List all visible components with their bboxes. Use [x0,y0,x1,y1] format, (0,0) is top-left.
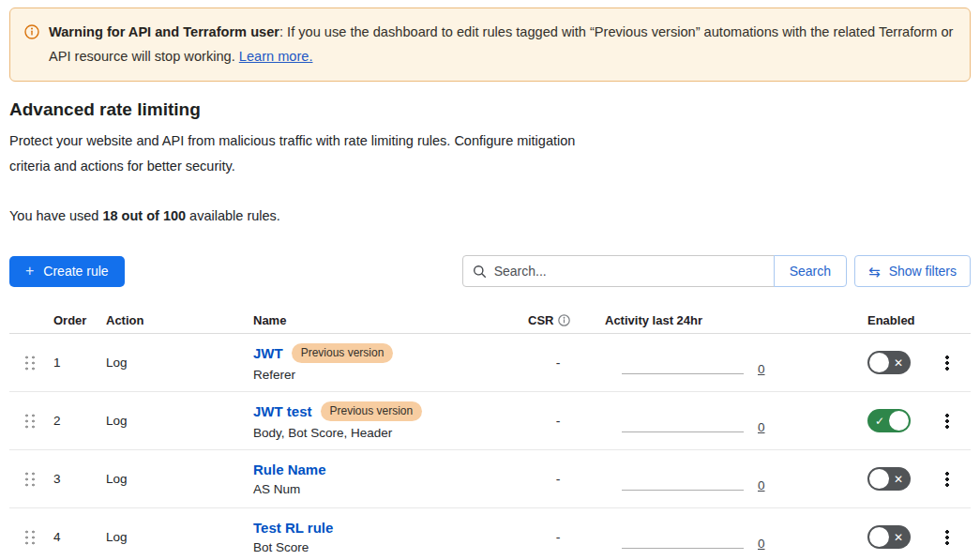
rule-criteria: AS Num [253,482,519,496]
rule-name-link[interactable]: Rule Name [253,462,326,477]
rules-table: Order Action Name CSR Activity last 24hr… [9,308,971,560]
rule-name-cell: Test RL rule Bot Score [244,520,519,554]
rule-order: 4 [44,530,97,544]
csr-value: - [519,472,579,487]
create-rule-button[interactable]: + Create rule [9,256,125,287]
enabled-toggle[interactable]: ✓ [867,409,911,432]
enabled-toggle[interactable]: ✕ [867,351,911,374]
learn-more-link[interactable]: Learn more. [239,49,313,64]
advanced-rate-limiting-page: Warning for API and Terraform user: If y… [0,0,980,560]
activity-count-link[interactable]: 0 [758,537,765,551]
plus-icon: + [25,263,34,280]
search-input[interactable] [494,264,774,279]
search-group: Search [462,255,847,287]
rule-order: 3 [44,472,97,486]
kebab-cell [924,355,971,371]
toolbar: + Create rule Search ⇆ Show filters [9,255,971,287]
info-circle-icon [24,24,39,39]
enabled-cell: ✕ [825,351,924,374]
rule-name-cell: JWT test Previous version Body, Bot Scor… [244,401,519,440]
toggle-knob [869,469,889,489]
toggle-state-icon: ✕ [894,357,903,369]
rule-name-line: Rule Name [253,462,519,477]
kebab-cell [924,529,971,545]
swap-arrows-icon: ⇆ [868,265,881,279]
rule-criteria: Body, Bot Score, Header [253,426,519,440]
header-csr-label: CSR [528,313,553,327]
toggle-state-icon: ✕ [894,474,903,485]
kebab-menu-icon[interactable] [945,413,949,429]
rule-name-cell: JWT Previous version Referer [244,343,519,382]
warning-banner: Warning for API and Terraform user: If y… [9,8,971,82]
rule-order: 2 [44,414,97,428]
toggle-state-icon: ✓ [875,416,884,427]
rule-name-cell: Rule Name AS Num [244,462,519,496]
rule-name-link[interactable]: JWT test [253,403,312,419]
enabled-cell: ✓ [825,409,924,432]
enabled-toggle[interactable]: ✕ [867,467,911,491]
rule-order: 1 [44,356,97,370]
kebab-cell [924,413,971,429]
csr-value: - [519,530,579,545]
activity-cell: 0 [579,392,825,449]
header-activity: Activity last 24hr [579,313,825,327]
csr-value: - [519,414,579,429]
drag-handle[interactable] [9,529,44,545]
table-row: 4 Log Test RL rule Bot Score - 0 ✕ [9,508,971,560]
enabled-cell: ✕ [825,525,924,549]
drag-dots-icon [23,529,36,545]
rule-name-line: JWT test Previous version [253,401,519,421]
kebab-menu-icon[interactable] [945,355,949,371]
enabled-cell: ✕ [825,467,924,491]
toggle-knob [869,353,889,372]
rule-action: Log [97,414,244,428]
drag-dots-icon [23,355,36,371]
toolbar-right: Search ⇆ Show filters [462,255,971,287]
activity-count-link[interactable]: 0 [758,479,765,492]
table-row: 2 Log JWT test Previous version Body, Bo… [9,392,971,450]
show-filters-button[interactable]: ⇆ Show filters [854,255,971,287]
activity-sparkline [622,373,744,374]
kebab-cell [924,471,971,487]
activity-count-link[interactable]: 0 [758,363,765,376]
info-icon[interactable] [558,314,570,326]
drag-handle[interactable] [9,413,44,429]
enabled-toggle[interactable]: ✕ [867,525,911,549]
toggle-state-icon: ✕ [894,532,903,543]
search-icon [473,265,487,279]
rule-name-link[interactable]: JWT [253,345,283,361]
table-header-row: Order Action Name CSR Activity last 24hr… [9,308,971,334]
activity-sparkline [622,490,744,491]
rule-criteria: Referer [253,368,519,382]
usage-count: 18 out of 100 [102,208,186,223]
table-body: 1 Log JWT Previous version Referer - 0 ✕… [9,334,971,560]
rule-name-link[interactable]: Test RL rule [253,520,333,536]
previous-version-badge: Previous version [321,401,423,421]
search-box [462,255,775,287]
search-button[interactable]: Search [774,255,847,287]
drag-handle[interactable] [9,355,44,371]
rule-action: Log [97,472,244,486]
drag-dots-icon [23,471,36,487]
rule-name-line: JWT Previous version [253,343,519,363]
page-description: Protect your website and API from malici… [9,129,600,179]
page-title: Advanced rate limiting [9,99,971,120]
toggle-knob [869,527,889,547]
activity-count-link[interactable]: 0 [758,421,765,434]
kebab-menu-icon[interactable] [945,529,949,545]
header-action: Action [97,313,244,327]
rule-action: Log [97,356,244,370]
activity-cell: 0 [579,450,825,507]
activity-cell: 0 [579,334,825,391]
rule-name-line: Test RL rule [253,520,519,536]
header-csr: CSR [519,313,579,327]
header-enabled: Enabled [825,313,924,327]
warning-message: Warning for API and Terraform user: If y… [49,20,955,68]
header-order: Order [44,313,97,327]
table-row: 1 Log JWT Previous version Referer - 0 ✕ [9,334,971,392]
drag-handle[interactable] [9,471,44,487]
activity-sparkline [622,431,744,432]
rule-action: Log [97,530,244,544]
kebab-menu-icon[interactable] [945,471,949,487]
create-rule-label: Create rule [43,264,108,279]
